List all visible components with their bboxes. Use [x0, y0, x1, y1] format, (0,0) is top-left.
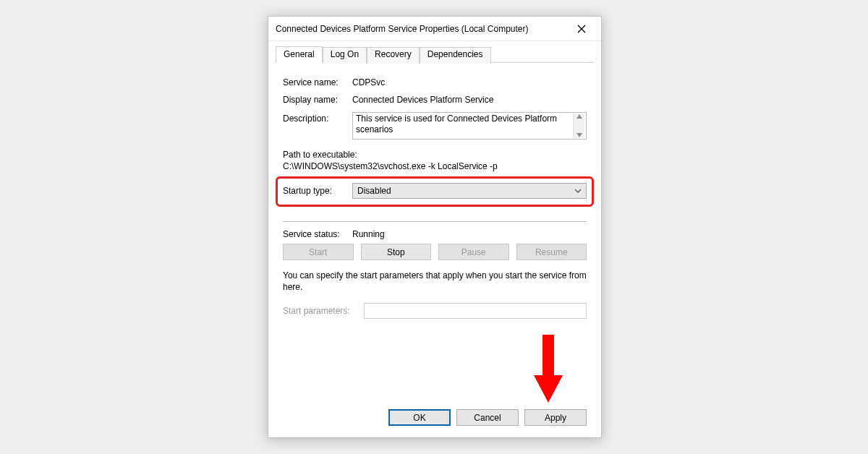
close-button[interactable] [569, 19, 594, 39]
service-status-label: Service status: [283, 228, 352, 239]
startup-type-label: Startup type: [283, 186, 352, 196]
display-name-value: Connected Devices Platform Service [352, 93, 587, 105]
start-button: Start [283, 244, 354, 260]
description-scrollbar[interactable] [573, 113, 584, 138]
startup-type-highlight: Startup type: Disabled [276, 176, 594, 207]
description-box[interactable]: This service is used for Connected Devic… [352, 112, 587, 140]
service-properties-dialog: Connected Devices Platform Service Prope… [268, 16, 602, 438]
scroll-up-icon [576, 114, 582, 119]
ok-button[interactable]: OK [388, 409, 451, 426]
path-value: C:\WINDOWS\system32\svchost.exe -k Local… [283, 161, 587, 173]
cancel-button[interactable]: Cancel [456, 409, 519, 426]
description-label: Description: [283, 112, 352, 124]
svg-marker-2 [576, 114, 582, 119]
close-icon [577, 25, 586, 33]
path-label: Path to executable: [283, 150, 587, 161]
apply-button[interactable]: Apply [524, 409, 587, 426]
resume-button: Resume [516, 244, 587, 260]
separator [283, 221, 587, 222]
tab-recovery[interactable]: Recovery [367, 47, 420, 64]
start-parameters-input [364, 303, 587, 319]
service-status-value: Running [352, 228, 587, 239]
display-name-label: Display name: [283, 93, 352, 105]
titlebar: Connected Devices Platform Service Prope… [268, 17, 601, 41]
tab-strip: General Log On Recovery Dependencies [276, 46, 594, 63]
window-title: Connected Devices Platform Service Prope… [276, 24, 569, 34]
general-pane: Service name: CDPSvc Display name: Conne… [268, 63, 601, 319]
start-parameters-hint: You can specify the start parameters tha… [283, 270, 587, 293]
tab-dependencies[interactable]: Dependencies [420, 47, 491, 64]
start-parameters-label: Start parameters: [283, 306, 364, 316]
pause-button: Pause [438, 244, 509, 260]
scroll-down-icon [576, 133, 582, 137]
service-name-value: CDPSvc [352, 76, 587, 87]
tab-log-on[interactable]: Log On [323, 47, 367, 64]
dialog-footer: OK Cancel Apply [388, 409, 587, 426]
tab-general[interactable]: General [276, 46, 323, 63]
startup-type-select[interactable]: Disabled [352, 183, 587, 199]
startup-type-value: Disabled [357, 186, 391, 196]
description-text: This service is used for Connected Devic… [356, 113, 573, 138]
stop-button[interactable]: Stop [361, 244, 432, 260]
svg-marker-3 [576, 133, 582, 137]
service-name-label: Service name: [283, 76, 352, 87]
chevron-down-icon [574, 187, 582, 197]
